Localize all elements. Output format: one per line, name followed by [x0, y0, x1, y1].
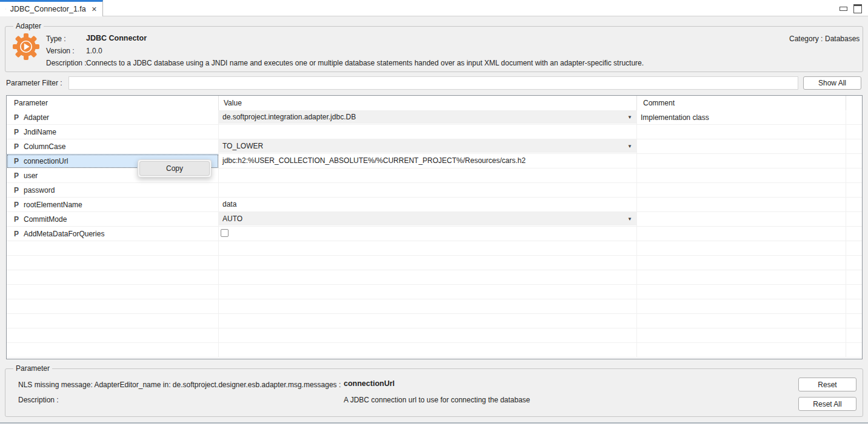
context-menu-item-copy[interactable]: Copy — [139, 161, 210, 176]
parameter-group-legend: Parameter — [13, 364, 52, 373]
value-combobox[interactable]: de.softproject.integration.adapter.jdbc.… — [219, 110, 636, 124]
row-end-cell — [846, 314, 862, 328]
header-comment[interactable]: Comment — [637, 96, 846, 110]
dropdown-arrow-icon[interactable]: ▼ — [627, 115, 632, 120]
param-name-cell[interactable]: Ppassword — [7, 183, 219, 198]
param-name-cell — [7, 270, 219, 285]
param-comment-cell — [637, 198, 846, 212]
param-value-cell — [219, 285, 637, 299]
param-value-cell — [219, 227, 637, 241]
tab-close-icon[interactable]: ✕ — [92, 5, 97, 13]
param-name-cell[interactable]: PColumnCase — [7, 139, 219, 154]
param-name-cell[interactable]: ProotElementName — [7, 198, 219, 212]
table-row[interactable]: PAddMetaDataForQueries — [7, 227, 862, 241]
param-value-cell: de.softproject.integration.adapter.jdbc.… — [219, 110, 637, 125]
param-value-cell — [219, 183, 637, 198]
param-value-cell — [219, 256, 637, 270]
reset-all-button[interactable]: Reset All — [798, 397, 856, 411]
parameter-icon: P — [14, 157, 19, 165]
version-label: Version : — [46, 47, 75, 55]
parameter-name: AddMetaDataForQueries — [24, 230, 104, 238]
param-value-cell — [219, 343, 637, 358]
combobox-value: TO_LOWER — [222, 142, 263, 150]
table-row[interactable]: Puser — [7, 168, 862, 183]
table-row[interactable]: ProotElementNamedata — [7, 198, 862, 212]
param-name-cell[interactable]: PCommitMode — [7, 212, 219, 227]
category-value: Databases — [825, 35, 860, 43]
dropdown-arrow-icon[interactable]: ▼ — [627, 144, 632, 149]
reset-button[interactable]: Reset — [798, 378, 856, 391]
param-comment-cell — [637, 299, 846, 314]
parameter-name: JndiName — [24, 128, 56, 136]
param-name-cell[interactable]: PAdapter — [7, 110, 219, 125]
parameter-filter-label: Parameter Filter : — [6, 79, 62, 87]
value-combobox[interactable]: TO_LOWER▼ — [219, 139, 636, 153]
parameter-name: ColumnCase — [24, 142, 65, 151]
tab-title: JDBC_Connector_1.fa — [10, 5, 86, 13]
row-end-cell — [846, 110, 862, 125]
value-checkbox[interactable] — [221, 229, 229, 237]
parameter-name: connectionUrl — [24, 157, 68, 165]
row-end-cell — [846, 299, 862, 314]
table-row[interactable]: PCommitModeAUTO▼ — [7, 212, 862, 227]
dropdown-arrow-icon[interactable]: ▼ — [627, 216, 632, 222]
parameter-description-value: A JDBC connection url to use for connect… — [344, 396, 530, 404]
header-end — [846, 96, 862, 110]
parameter-name: rootElementName — [24, 201, 82, 209]
row-end-cell — [846, 227, 862, 241]
row-end-cell — [846, 154, 862, 168]
version-value: 1.0.0 — [86, 47, 102, 55]
parameter-name: password — [24, 186, 55, 195]
param-name-cell — [7, 285, 219, 299]
param-comment-cell — [637, 328, 846, 343]
parameter-icon: P — [14, 230, 19, 238]
table-row[interactable]: Ppassword — [7, 183, 862, 198]
value-text-field[interactable]: jdbc:h2:%USER_COLLECTION_ABSOLUTE%/%CURR… — [219, 154, 636, 167]
row-end-cell — [846, 168, 862, 183]
param-value-cell: TO_LOWER▼ — [219, 139, 637, 154]
value-combobox[interactable]: AUTO▼ — [219, 212, 636, 225]
param-name-cell — [7, 314, 219, 328]
parameter-icon: P — [14, 142, 19, 151]
parameter-detail-groupbox: Parameter — [5, 368, 863, 417]
row-end-cell — [846, 198, 862, 212]
param-comment-cell — [637, 285, 846, 299]
param-value-cell — [219, 299, 637, 314]
row-end-cell — [846, 328, 862, 343]
editor-tabbar: JDBC_Connector_1.fa ✕ — [0, 0, 868, 16]
show-all-button[interactable]: Show All — [803, 76, 861, 90]
minimize-icon[interactable] — [840, 7, 847, 11]
table-row[interactable]: PconnectionUrljdbc:h2:%USER_COLLECTION_A… — [7, 154, 862, 168]
table-row — [7, 343, 862, 358]
param-value-cell: data — [219, 198, 637, 212]
row-end-cell — [846, 212, 862, 227]
parameter-icon: P — [14, 215, 19, 224]
table-row — [7, 314, 862, 328]
param-name-cell[interactable]: PAddMetaDataForQueries — [7, 227, 219, 241]
parameter-filter-input[interactable] — [68, 76, 798, 90]
param-comment-cell — [637, 241, 846, 256]
table-row[interactable]: PJndiName — [7, 125, 862, 139]
value-text-field[interactable]: data — [219, 198, 636, 211]
selected-parameter-name: connectionUrl — [344, 379, 395, 388]
parameter-name: Adapter — [24, 113, 49, 122]
param-value-cell — [219, 241, 637, 256]
row-end-cell — [846, 125, 862, 139]
editor-tab[interactable]: JDBC_Connector_1.fa ✕ — [0, 0, 103, 16]
param-name-cell[interactable]: PJndiName — [7, 125, 219, 139]
param-value-cell — [219, 270, 637, 285]
table-row[interactable]: PAdapterde.softproject.integration.adapt… — [7, 110, 862, 125]
maximize-icon[interactable] — [853, 4, 862, 13]
description-label: Description : — [46, 59, 87, 67]
header-value[interactable]: Value — [219, 96, 637, 110]
table-row — [7, 285, 862, 299]
param-comment-cell — [637, 343, 846, 358]
nls-message-label: NLS missing message: AdapterEditor_name … — [18, 381, 341, 389]
table-row — [7, 256, 862, 270]
table-row[interactable]: PColumnCaseTO_LOWER▼ — [7, 139, 862, 154]
type-label: Type : — [46, 35, 66, 43]
header-parameter[interactable]: Parameter — [7, 96, 219, 110]
param-value-cell: jdbc:h2:%USER_COLLECTION_ABSOLUTE%/%CURR… — [219, 154, 637, 168]
combobox-value: de.softproject.integration.adapter.jdbc.… — [222, 113, 356, 121]
table-row — [7, 241, 862, 256]
